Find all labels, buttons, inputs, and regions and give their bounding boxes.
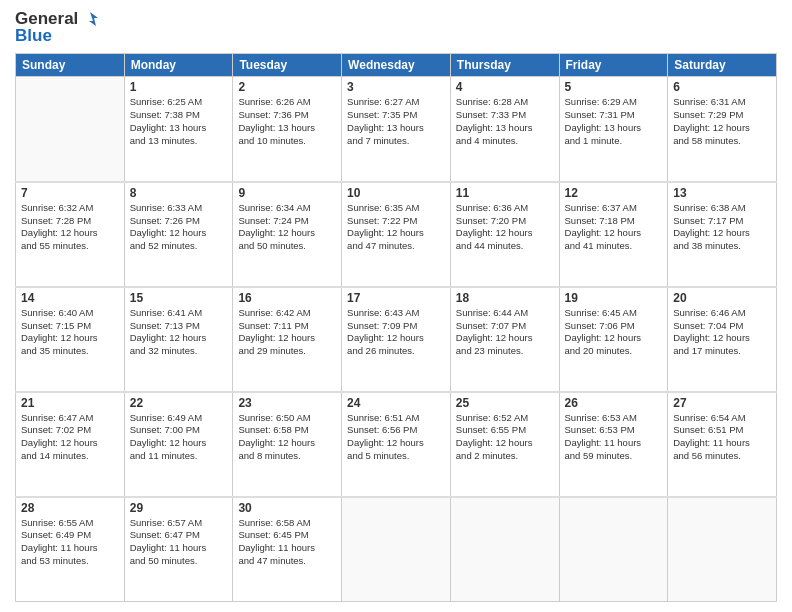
weekday-header: Friday [559,54,668,77]
calendar-cell: 25Sunrise: 6:52 AM Sunset: 6:55 PM Dayli… [450,392,559,497]
calendar-week-row: 28Sunrise: 6:55 AM Sunset: 6:49 PM Dayli… [16,497,777,602]
day-info: Sunrise: 6:27 AM Sunset: 7:35 PM Dayligh… [347,96,445,147]
day-number: 13 [673,186,771,200]
calendar-week-row: 21Sunrise: 6:47 AM Sunset: 7:02 PM Dayli… [16,392,777,497]
day-info: Sunrise: 6:29 AM Sunset: 7:31 PM Dayligh… [565,96,663,147]
calendar-cell [342,497,451,602]
day-info: Sunrise: 6:55 AM Sunset: 6:49 PM Dayligh… [21,517,119,568]
calendar-cell: 28Sunrise: 6:55 AM Sunset: 6:49 PM Dayli… [16,497,125,602]
calendar-cell: 13Sunrise: 6:38 AM Sunset: 7:17 PM Dayli… [668,182,777,287]
calendar-cell: 2Sunrise: 6:26 AM Sunset: 7:36 PM Daylig… [233,77,342,182]
day-number: 5 [565,80,663,94]
calendar-cell: 23Sunrise: 6:50 AM Sunset: 6:58 PM Dayli… [233,392,342,497]
day-info: Sunrise: 6:26 AM Sunset: 7:36 PM Dayligh… [238,96,336,147]
calendar-cell: 14Sunrise: 6:40 AM Sunset: 7:15 PM Dayli… [16,287,125,392]
day-number: 6 [673,80,771,94]
calendar-cell [559,497,668,602]
calendar-week-row: 1Sunrise: 6:25 AM Sunset: 7:38 PM Daylig… [16,77,777,182]
calendar-cell [16,77,125,182]
day-number: 16 [238,291,336,305]
day-number: 4 [456,80,554,94]
weekday-header: Monday [124,54,233,77]
day-info: Sunrise: 6:37 AM Sunset: 7:18 PM Dayligh… [565,202,663,253]
day-info: Sunrise: 6:40 AM Sunset: 7:15 PM Dayligh… [21,307,119,358]
calendar-cell: 16Sunrise: 6:42 AM Sunset: 7:11 PM Dayli… [233,287,342,392]
day-info: Sunrise: 6:46 AM Sunset: 7:04 PM Dayligh… [673,307,771,358]
day-number: 9 [238,186,336,200]
calendar-cell: 10Sunrise: 6:35 AM Sunset: 7:22 PM Dayli… [342,182,451,287]
day-info: Sunrise: 6:41 AM Sunset: 7:13 PM Dayligh… [130,307,228,358]
calendar-cell: 8Sunrise: 6:33 AM Sunset: 7:26 PM Daylig… [124,182,233,287]
day-info: Sunrise: 6:32 AM Sunset: 7:28 PM Dayligh… [21,202,119,253]
calendar-cell [450,497,559,602]
weekday-header: Sunday [16,54,125,77]
logo-blue: Blue [15,27,98,46]
day-number: 3 [347,80,445,94]
page-header: General Blue [15,10,777,45]
day-number: 11 [456,186,554,200]
calendar-cell: 4Sunrise: 6:28 AM Sunset: 7:33 PM Daylig… [450,77,559,182]
day-info: Sunrise: 6:54 AM Sunset: 6:51 PM Dayligh… [673,412,771,463]
day-info: Sunrise: 6:44 AM Sunset: 7:07 PM Dayligh… [456,307,554,358]
logo-block: General Blue [15,10,98,45]
day-number: 10 [347,186,445,200]
day-number: 1 [130,80,228,94]
day-info: Sunrise: 6:36 AM Sunset: 7:20 PM Dayligh… [456,202,554,253]
day-number: 25 [456,396,554,410]
logo: General Blue [15,10,98,45]
day-number: 28 [21,501,119,515]
calendar-cell: 9Sunrise: 6:34 AM Sunset: 7:24 PM Daylig… [233,182,342,287]
day-number: 26 [565,396,663,410]
calendar-cell: 3Sunrise: 6:27 AM Sunset: 7:35 PM Daylig… [342,77,451,182]
weekday-header: Thursday [450,54,559,77]
day-info: Sunrise: 6:42 AM Sunset: 7:11 PM Dayligh… [238,307,336,358]
calendar-cell: 12Sunrise: 6:37 AM Sunset: 7:18 PM Dayli… [559,182,668,287]
weekday-header: Tuesday [233,54,342,77]
day-number: 19 [565,291,663,305]
calendar-cell: 17Sunrise: 6:43 AM Sunset: 7:09 PM Dayli… [342,287,451,392]
day-info: Sunrise: 6:45 AM Sunset: 7:06 PM Dayligh… [565,307,663,358]
day-number: 20 [673,291,771,305]
svg-marker-0 [89,12,98,26]
day-info: Sunrise: 6:28 AM Sunset: 7:33 PM Dayligh… [456,96,554,147]
day-info: Sunrise: 6:53 AM Sunset: 6:53 PM Dayligh… [565,412,663,463]
day-number: 17 [347,291,445,305]
calendar-cell: 7Sunrise: 6:32 AM Sunset: 7:28 PM Daylig… [16,182,125,287]
day-number: 7 [21,186,119,200]
day-number: 27 [673,396,771,410]
calendar-cell: 29Sunrise: 6:57 AM Sunset: 6:47 PM Dayli… [124,497,233,602]
day-info: Sunrise: 6:38 AM Sunset: 7:17 PM Dayligh… [673,202,771,253]
day-number: 29 [130,501,228,515]
calendar-cell: 24Sunrise: 6:51 AM Sunset: 6:56 PM Dayli… [342,392,451,497]
day-number: 18 [456,291,554,305]
calendar-cell: 26Sunrise: 6:53 AM Sunset: 6:53 PM Dayli… [559,392,668,497]
day-number: 30 [238,501,336,515]
day-info: Sunrise: 6:50 AM Sunset: 6:58 PM Dayligh… [238,412,336,463]
day-info: Sunrise: 6:47 AM Sunset: 7:02 PM Dayligh… [21,412,119,463]
day-info: Sunrise: 6:43 AM Sunset: 7:09 PM Dayligh… [347,307,445,358]
calendar-cell: 18Sunrise: 6:44 AM Sunset: 7:07 PM Dayli… [450,287,559,392]
calendar-week-row: 7Sunrise: 6:32 AM Sunset: 7:28 PM Daylig… [16,182,777,287]
day-number: 22 [130,396,228,410]
day-number: 14 [21,291,119,305]
weekday-header: Saturday [668,54,777,77]
calendar-cell: 1Sunrise: 6:25 AM Sunset: 7:38 PM Daylig… [124,77,233,182]
calendar-week-row: 14Sunrise: 6:40 AM Sunset: 7:15 PM Dayli… [16,287,777,392]
day-info: Sunrise: 6:34 AM Sunset: 7:24 PM Dayligh… [238,202,336,253]
calendar-cell: 11Sunrise: 6:36 AM Sunset: 7:20 PM Dayli… [450,182,559,287]
calendar-cell: 5Sunrise: 6:29 AM Sunset: 7:31 PM Daylig… [559,77,668,182]
calendar-cell: 21Sunrise: 6:47 AM Sunset: 7:02 PM Dayli… [16,392,125,497]
calendar-cell: 27Sunrise: 6:54 AM Sunset: 6:51 PM Dayli… [668,392,777,497]
calendar-header-row: SundayMondayTuesdayWednesdayThursdayFrid… [16,54,777,77]
day-number: 12 [565,186,663,200]
day-number: 2 [238,80,336,94]
day-number: 8 [130,186,228,200]
day-info: Sunrise: 6:31 AM Sunset: 7:29 PM Dayligh… [673,96,771,147]
calendar-cell [668,497,777,602]
calendar-cell: 22Sunrise: 6:49 AM Sunset: 7:00 PM Dayli… [124,392,233,497]
logo-flag-icon [80,10,98,28]
calendar-cell: 6Sunrise: 6:31 AM Sunset: 7:29 PM Daylig… [668,77,777,182]
day-info: Sunrise: 6:57 AM Sunset: 6:47 PM Dayligh… [130,517,228,568]
day-number: 24 [347,396,445,410]
weekday-header: Wednesday [342,54,451,77]
